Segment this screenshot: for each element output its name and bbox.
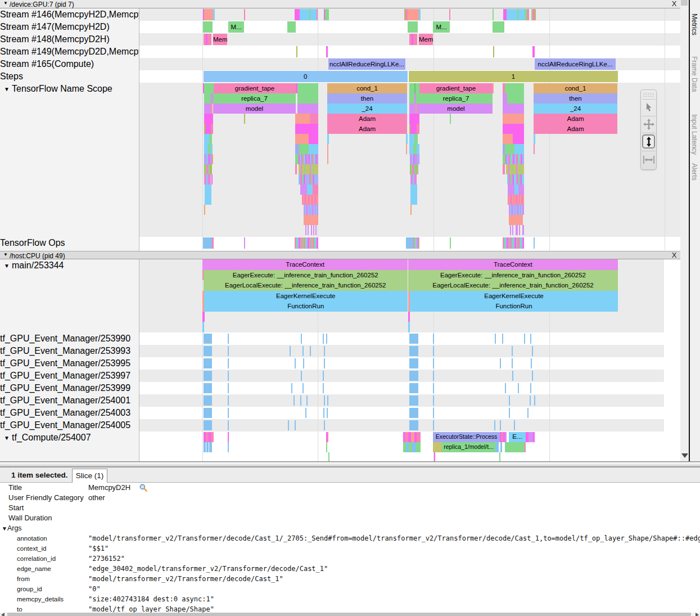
trace-slice[interactable] (409, 420, 418, 430)
trace-slice[interactable]: then (327, 93, 407, 104)
trace-slice[interactable] (410, 195, 417, 205)
panel-splitter[interactable] (0, 461, 700, 467)
trace-slice[interactable] (525, 442, 526, 452)
trace-slice[interactable] (299, 144, 309, 154)
trace-slice[interactable]: gradient_tape (419, 83, 493, 93)
trace-slice[interactable] (295, 114, 310, 124)
trace-slice[interactable] (417, 124, 419, 134)
horizontal-scrollbar[interactable] (0, 613, 700, 616)
trace-slice[interactable]: 1 (409, 71, 618, 82)
trace-slice[interactable] (493, 83, 494, 93)
trace-slice[interactable] (207, 34, 211, 45)
trace-slice[interactable]: Adam (327, 114, 407, 124)
trace-slice[interactable] (530, 395, 531, 406)
trace-slice[interactable]: ncclAllReduceRingLLKe... (535, 59, 616, 70)
scroll-right-arrow-icon[interactable] (696, 613, 699, 616)
trace-slice-cluster[interactable] (508, 195, 524, 205)
trace-slice[interactable]: 0 (204, 71, 408, 82)
trace-slice[interactable] (509, 408, 510, 418)
trace-slice[interactable] (204, 93, 211, 104)
trace-slice-cluster[interactable] (299, 164, 318, 174)
trace-slice[interactable] (494, 420, 495, 430)
trace-slice-cluster[interactable] (507, 174, 524, 185)
trace-slice[interactable]: Adam (327, 124, 407, 134)
trace-slice[interactable] (295, 358, 296, 368)
trace-slice[interactable] (505, 83, 524, 93)
trace-slice[interactable] (295, 9, 300, 20)
trace-slice[interactable] (211, 124, 213, 134)
trace-slice[interactable] (326, 334, 327, 344)
trace-slice[interactable]: replica_1/model/t... (442, 442, 495, 452)
trace-slice[interactable] (204, 346, 212, 356)
trace-slice-cluster[interactable] (410, 154, 419, 164)
trace-slice[interactable] (514, 144, 524, 154)
trace-slice[interactable] (505, 442, 525, 452)
trace-slice[interactable] (202, 322, 204, 332)
trace-slice[interactable] (310, 114, 318, 124)
trace-slice[interactable] (534, 395, 535, 406)
trace-slice[interactable] (533, 432, 535, 442)
trace-slice[interactable] (534, 237, 535, 249)
trace-slice[interactable] (211, 174, 213, 185)
trace-slice[interactable] (507, 9, 517, 20)
trace-slice[interactable] (301, 334, 302, 344)
trace-slice[interactable] (310, 346, 311, 356)
trace-slice-cluster[interactable] (304, 205, 318, 215)
collapse-arrow-icon[interactable]: ▼ (3, 1, 8, 6)
trace-slice[interactable] (406, 237, 413, 249)
trace-slice[interactable]: ncclAllReduceRingLLKe... (328, 59, 405, 70)
trace-slice[interactable] (297, 83, 318, 93)
trace-slice[interactable] (295, 420, 296, 430)
trace-slice-cluster[interactable] (506, 164, 524, 174)
trace-slice[interactable] (493, 9, 494, 20)
trace-slice[interactable] (410, 185, 417, 195)
trace-slice[interactable] (503, 104, 524, 114)
trace-slice[interactable]: cond_1 (327, 83, 407, 93)
trace-slice[interactable] (303, 358, 304, 368)
trace-slice[interactable] (417, 432, 421, 442)
trace-slice[interactable] (532, 46, 535, 57)
trace-slice[interactable] (531, 358, 532, 368)
trace-slice[interactable] (295, 124, 318, 134)
trace-slice[interactable] (304, 215, 318, 225)
trace-slice[interactable] (228, 420, 229, 430)
trace-slice[interactable] (518, 383, 519, 393)
trace-slice-cluster[interactable] (302, 195, 318, 205)
trace-slice[interactable] (505, 144, 514, 154)
trace-slice[interactable]: EagerExecute: __inference_train_function… (204, 270, 408, 281)
trace-slice[interactable] (211, 144, 213, 154)
trace-slice[interactable] (244, 237, 245, 249)
trace-slice[interactable] (534, 144, 535, 154)
trace-slice[interactable] (202, 312, 205, 322)
trace-slice[interactable] (204, 144, 208, 154)
trace-slice-cluster[interactable] (505, 154, 524, 164)
trace-slice-cluster[interactable] (510, 225, 524, 235)
trace-slice[interactable]: Adam (534, 114, 617, 124)
trace-slice[interactable] (529, 432, 533, 442)
trace-slice[interactable] (323, 371, 324, 381)
trace-slice[interactable] (433, 371, 434, 381)
trace-slice[interactable] (406, 134, 408, 144)
trace-slice[interactable] (409, 114, 419, 124)
trace-slice[interactable] (297, 104, 318, 114)
trace-slice[interactable] (309, 134, 318, 144)
trace-slice[interactable] (327, 154, 328, 164)
trace-slice[interactable] (228, 334, 229, 344)
trace-slice[interactable] (433, 334, 434, 344)
side-tab-metrics[interactable]: Metrics (690, 14, 698, 35)
trace-slice[interactable] (409, 395, 418, 406)
trace-slice[interactable] (212, 237, 214, 249)
trace-slice[interactable] (409, 346, 418, 356)
trace-slice[interactable] (524, 334, 525, 344)
trace-slice[interactable] (302, 346, 304, 356)
trace-slice[interactable] (297, 93, 318, 104)
trace-slice[interactable] (409, 408, 418, 418)
trace-slice[interactable] (535, 9, 536, 20)
trace-slice-cluster[interactable] (204, 154, 212, 164)
trace-slice[interactable] (206, 442, 209, 452)
trace-slice[interactable] (324, 358, 325, 368)
trace-slice[interactable] (323, 383, 324, 393)
trace-slice[interactable] (204, 334, 212, 344)
trace-slice-cluster[interactable] (299, 174, 318, 185)
trace-slice[interactable] (406, 144, 407, 154)
